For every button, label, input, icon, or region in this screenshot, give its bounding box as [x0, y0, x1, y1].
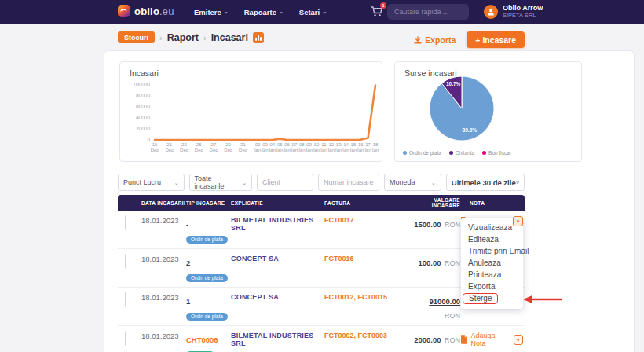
- incasari-chart-card: Incasari 020000400006000080000100000 19D…: [119, 61, 382, 162]
- punct-lucru-select[interactable]: Punct Lucru⌄: [118, 174, 185, 191]
- cell-tip: -: [186, 220, 188, 229]
- tip-incasare-select[interactable]: Toate incasarile⌄: [189, 174, 253, 191]
- col-factura: FACTURA: [324, 200, 411, 206]
- x-tick-label: 23Dec: [180, 142, 188, 153]
- page-actions: Exporta + Incasare: [414, 31, 525, 48]
- pie-slice-label: 10.7%: [446, 81, 461, 86]
- pie-chart: 89.3%10.7%: [429, 75, 495, 141]
- download-icon: [414, 36, 422, 44]
- cell-date: 18.01.2023: [141, 332, 186, 340]
- client-link[interactable]: CONCEPT SA: [231, 293, 324, 301]
- cell-date: 18.01.2023: [141, 255, 186, 263]
- oblio-logo[interactable]: oblio.eu: [118, 5, 174, 17]
- breadcrumb-raport: Raport: [167, 32, 199, 43]
- col-explicatie: EXPLICATIE: [231, 200, 324, 206]
- cell-currency: RON: [445, 336, 460, 344]
- payment-type-badge: Ordin de plata: [186, 274, 228, 282]
- menu-item-trimite-email[interactable]: Trimite prin Email: [461, 245, 523, 257]
- numar-incasare-input[interactable]: [318, 174, 379, 191]
- legend-dot-icon: [403, 151, 407, 155]
- surse-incasari-card: Surse incasari 89.3%10.7% Ordin de plata…: [394, 61, 582, 162]
- menu-item-printeaza[interactable]: Printeaza: [461, 269, 523, 280]
- add-incasare-button[interactable]: + Incasare: [467, 31, 525, 48]
- menu-setari[interactable]: Setari⌄: [299, 8, 327, 16]
- table-header: DATA INCASARII TIP INCASARE EXPLICATIE F…: [118, 195, 525, 211]
- cell-amount: 100.00: [418, 258, 441, 267]
- chevron-down-icon: ⌄: [242, 181, 247, 185]
- user-name: Oblio Arrow: [503, 4, 543, 12]
- receipt-link[interactable]: CHT0006: [186, 336, 218, 344]
- chevron-down-icon: ⌄: [431, 181, 436, 185]
- row-checkbox[interactable]: [125, 331, 126, 346]
- chevron-down-icon: ˅: [516, 181, 519, 185]
- legend-dot-icon: [482, 151, 486, 155]
- pie-legend: Ordin de plataChitantaBon fiscal: [403, 150, 510, 156]
- chart-title: Incasari: [130, 68, 159, 78]
- cell-amount[interactable]: 91000.00: [429, 297, 460, 306]
- oblio-logo-text: oblio.eu: [134, 6, 174, 17]
- row-actions-button[interactable]: ▾: [513, 216, 523, 226]
- moneda-select[interactable]: Moneda⌄: [384, 174, 441, 191]
- breadcrumb-badge-stocuri[interactable]: Stocuri: [118, 31, 155, 43]
- row-checkbox[interactable]: [125, 292, 126, 307]
- user-menu[interactable]: Oblio Arrow SIPETA SRL: [503, 4, 543, 20]
- cell-tip: 2: [186, 258, 190, 267]
- menu-rapoarte[interactable]: Rapoarte⌄: [244, 8, 284, 16]
- breadcrumb: Stocuri › Raport › Incasari: [118, 31, 264, 43]
- menu-item-sterge[interactable]: Sterge: [461, 292, 523, 305]
- cell-date: 18.01.2023: [141, 216, 186, 225]
- notification-badge: 1: [380, 2, 386, 9]
- invoice-link[interactable]: FCT0002, FCT0003: [324, 332, 387, 339]
- client-link[interactable]: CONCEPT SA: [231, 255, 324, 262]
- x-tick-label: 07Ian: [291, 142, 298, 153]
- x-tick-label: 04Ian: [269, 142, 276, 153]
- page: oblio.eu Emitere⌄ Rapoarte⌄ Setari⌄ 1 Ob…: [0, 0, 644, 352]
- add-note-link[interactable]: Adauga Nota: [471, 332, 510, 347]
- x-tick-label: 15Ian: [350, 142, 357, 153]
- y-tick-label: 40000: [136, 115, 150, 121]
- client-link[interactable]: BILMETAL INDUSTRIES SRL: [231, 216, 324, 232]
- row-checkbox[interactable]: [125, 215, 126, 230]
- legend-item: Bon fiscal: [482, 150, 510, 156]
- period-select[interactable]: Ultimele 30 de zile˅: [446, 174, 525, 191]
- row-checkbox[interactable]: [125, 254, 126, 269]
- menu-emitere[interactable]: Emitere⌄: [194, 8, 229, 16]
- client-link[interactable]: BILMETAL INDUSTRIES SRL: [231, 332, 324, 347]
- invoice-link[interactable]: FCT0012, FCT0015: [324, 293, 387, 301]
- cell-tip: 1: [186, 297, 190, 306]
- menu-item-editeaza[interactable]: Editeaza: [461, 233, 523, 245]
- red-arrow-annotation: [523, 295, 564, 304]
- x-tick-label: 29Dec: [224, 142, 232, 153]
- sterge-highlight-box: Sterge: [463, 293, 498, 304]
- main-menu: Emitere⌄ Rapoarte⌄ Setari⌄: [194, 0, 327, 24]
- legend-item: Ordin de plata: [403, 150, 441, 156]
- menu-item-anuleaza[interactable]: Anuleaza: [461, 257, 523, 269]
- y-tick-label: 80000: [136, 93, 150, 99]
- x-tick-label: 17Ian: [364, 142, 371, 153]
- x-tick-label: 05Ian: [276, 142, 283, 153]
- row-actions-button[interactable]: ▾: [514, 335, 523, 345]
- payment-type-badge: Ordin de plata: [186, 313, 228, 321]
- cell-currency: RON: [445, 221, 460, 229]
- x-tick-label: 11Ian: [320, 142, 327, 153]
- search-input[interactable]: [387, 4, 469, 20]
- x-tick-label: 31Dec: [239, 142, 247, 153]
- oblio-logo-icon: [118, 5, 130, 17]
- col-data-incasarii: DATA INCASARII: [141, 200, 186, 206]
- chevron-down-icon: ⌄: [279, 9, 284, 14]
- x-tick-label: 14Ian: [342, 142, 349, 153]
- x-tick-label: 12Ian: [328, 142, 335, 153]
- x-axis: 19Dec21Dec23Dec25Dec27Dec29Dec31Dec02Ian…: [153, 142, 377, 156]
- invoice-link[interactable]: FCT0017: [324, 216, 354, 224]
- x-tick-label: 08Ian: [298, 142, 305, 153]
- x-tick-label: 27Dec: [210, 142, 218, 153]
- user-avatar[interactable]: [484, 5, 498, 19]
- invoice-link[interactable]: FCT0016: [324, 255, 354, 262]
- x-tick-label: 21Dec: [165, 142, 174, 153]
- cart-icon[interactable]: 1: [371, 6, 385, 18]
- menu-item-exporta[interactable]: Exporta: [461, 280, 523, 292]
- col-nota: NOTA: [460, 200, 525, 206]
- client-input[interactable]: [257, 174, 313, 191]
- export-button[interactable]: Exporta: [414, 35, 456, 45]
- breadcrumb-separator: ›: [159, 33, 163, 42]
